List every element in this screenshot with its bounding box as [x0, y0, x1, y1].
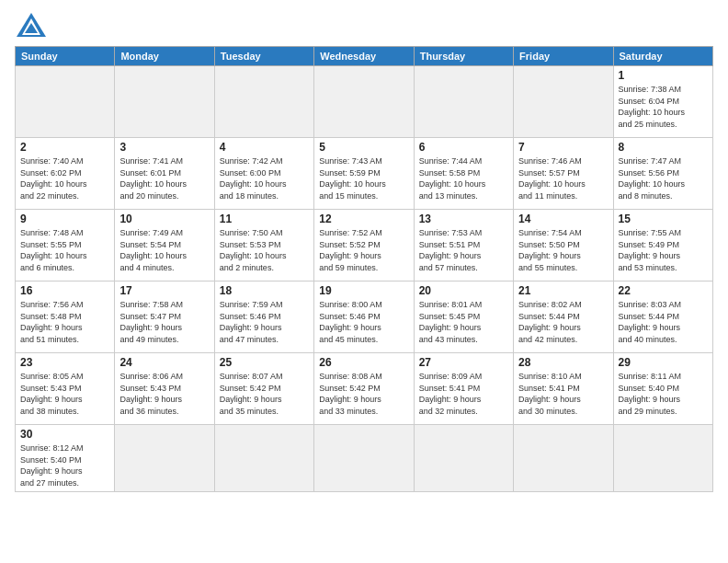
calendar-week-row: 23Sunrise: 8:05 AM Sunset: 5:43 PM Dayli…: [16, 353, 713, 425]
day-number: 6: [419, 141, 508, 154]
day-info: Sunrise: 7:40 AM Sunset: 6:02 PM Dayligh…: [20, 155, 109, 201]
day-info: Sunrise: 7:58 AM Sunset: 5:47 PM Dayligh…: [119, 299, 209, 345]
calendar-cell: 25Sunrise: 8:07 AM Sunset: 5:42 PM Dayli…: [214, 353, 313, 425]
calendar-week-row: 30Sunrise: 8:12 AM Sunset: 5:40 PM Dayli…: [16, 425, 713, 492]
calendar-cell: 21Sunrise: 8:02 AM Sunset: 5:44 PM Dayli…: [514, 282, 613, 353]
weekday-header-friday: Friday: [514, 47, 613, 66]
day-number: 21: [518, 284, 608, 297]
day-info: Sunrise: 7:48 AM Sunset: 5:55 PM Dayligh…: [20, 227, 109, 273]
day-info: Sunrise: 8:01 AM Sunset: 5:45 PM Dayligh…: [419, 299, 508, 345]
day-number: 28: [518, 356, 608, 369]
day-info: Sunrise: 7:43 AM Sunset: 5:59 PM Dayligh…: [319, 155, 408, 201]
day-number: 1: [619, 69, 708, 82]
day-number: 20: [419, 284, 508, 297]
day-info: Sunrise: 7:55 AM Sunset: 5:49 PM Dayligh…: [619, 227, 708, 273]
weekday-header-monday: Monday: [115, 47, 214, 66]
calendar-cell: 13Sunrise: 7:53 AM Sunset: 5:51 PM Dayli…: [414, 210, 513, 282]
day-number: 12: [319, 213, 408, 225]
day-info: Sunrise: 8:05 AM Sunset: 5:43 PM Dayligh…: [20, 371, 109, 417]
calendar-cell: 19Sunrise: 8:00 AM Sunset: 5:46 PM Dayli…: [314, 282, 414, 353]
day-info: Sunrise: 8:11 AM Sunset: 5:40 PM Dayligh…: [619, 371, 708, 417]
calendar-cell: [214, 66, 313, 138]
day-number: 19: [319, 284, 408, 297]
day-info: Sunrise: 8:06 AM Sunset: 5:43 PM Dayligh…: [119, 371, 209, 417]
calendar-cell: [414, 425, 513, 492]
day-number: 24: [119, 356, 209, 369]
logo: [15, 11, 51, 39]
weekday-header-wednesday: Wednesday: [314, 47, 414, 66]
day-number: 26: [319, 356, 408, 369]
day-info: Sunrise: 8:12 AM Sunset: 5:40 PM Dayligh…: [20, 442, 109, 488]
day-info: Sunrise: 7:56 AM Sunset: 5:48 PM Dayligh…: [20, 299, 109, 345]
day-number: 18: [220, 284, 309, 297]
weekday-header-row: SundayMondayTuesdayWednesdayThursdayFrid…: [16, 47, 713, 66]
calendar-week-row: 16Sunrise: 7:56 AM Sunset: 5:48 PM Dayli…: [16, 282, 713, 353]
calendar-week-row: 2Sunrise: 7:40 AM Sunset: 6:02 PM Daylig…: [16, 138, 713, 210]
weekday-header-tuesday: Tuesday: [214, 47, 313, 66]
calendar-cell: 15Sunrise: 7:55 AM Sunset: 5:49 PM Dayli…: [613, 210, 712, 282]
day-number: 29: [619, 356, 708, 369]
day-info: Sunrise: 7:59 AM Sunset: 5:46 PM Dayligh…: [220, 299, 309, 345]
calendar-cell: 20Sunrise: 8:01 AM Sunset: 5:45 PM Dayli…: [414, 282, 513, 353]
day-number: 22: [619, 284, 708, 297]
calendar-cell: 17Sunrise: 7:58 AM Sunset: 5:47 PM Dayli…: [115, 282, 214, 353]
calendar-cell: 29Sunrise: 8:11 AM Sunset: 5:40 PM Dayli…: [613, 353, 712, 425]
calendar-page: SundayMondayTuesdayWednesdayThursdayFrid…: [0, 0, 728, 563]
day-info: Sunrise: 7:44 AM Sunset: 5:58 PM Dayligh…: [419, 155, 508, 201]
day-info: Sunrise: 8:08 AM Sunset: 5:42 PM Dayligh…: [319, 371, 408, 417]
day-info: Sunrise: 7:42 AM Sunset: 6:00 PM Dayligh…: [220, 155, 309, 201]
day-info: Sunrise: 8:02 AM Sunset: 5:44 PM Dayligh…: [518, 299, 608, 345]
day-number: 7: [518, 141, 608, 154]
calendar-cell: 27Sunrise: 8:09 AM Sunset: 5:41 PM Dayli…: [414, 353, 513, 425]
day-number: 8: [619, 141, 708, 154]
calendar-cell: 10Sunrise: 7:49 AM Sunset: 5:54 PM Dayli…: [115, 210, 214, 282]
calendar-cell: 8Sunrise: 7:47 AM Sunset: 5:56 PM Daylig…: [613, 138, 712, 210]
day-info: Sunrise: 8:07 AM Sunset: 5:42 PM Dayligh…: [220, 371, 309, 417]
weekday-header-sunday: Sunday: [16, 47, 115, 66]
day-number: 9: [20, 213, 109, 225]
day-info: Sunrise: 7:47 AM Sunset: 5:56 PM Dayligh…: [619, 155, 708, 201]
calendar-cell: [314, 425, 414, 492]
day-number: 23: [20, 356, 109, 369]
day-info: Sunrise: 7:54 AM Sunset: 5:50 PM Dayligh…: [518, 227, 608, 273]
day-info: Sunrise: 7:52 AM Sunset: 5:52 PM Dayligh…: [319, 227, 408, 273]
day-info: Sunrise: 8:09 AM Sunset: 5:41 PM Dayligh…: [419, 371, 508, 417]
day-number: 15: [619, 213, 708, 225]
day-number: 27: [419, 356, 508, 369]
day-number: 25: [220, 356, 309, 369]
day-number: 30: [20, 428, 109, 441]
day-info: Sunrise: 7:53 AM Sunset: 5:51 PM Dayligh…: [419, 227, 508, 273]
calendar-cell: 2Sunrise: 7:40 AM Sunset: 6:02 PM Daylig…: [16, 138, 115, 210]
calendar-cell: 9Sunrise: 7:48 AM Sunset: 5:55 PM Daylig…: [16, 210, 115, 282]
calendar-cell: 18Sunrise: 7:59 AM Sunset: 5:46 PM Dayli…: [214, 282, 313, 353]
calendar-cell: 26Sunrise: 8:08 AM Sunset: 5:42 PM Dayli…: [314, 353, 414, 425]
calendar-cell: [115, 425, 214, 492]
calendar-cell: 3Sunrise: 7:41 AM Sunset: 6:01 PM Daylig…: [115, 138, 214, 210]
day-number: 17: [119, 284, 209, 297]
day-info: Sunrise: 7:46 AM Sunset: 5:57 PM Dayligh…: [518, 155, 608, 201]
calendar-cell: 30Sunrise: 8:12 AM Sunset: 5:40 PM Dayli…: [16, 425, 115, 492]
day-number: 10: [119, 213, 209, 225]
calendar-cell: 11Sunrise: 7:50 AM Sunset: 5:53 PM Dayli…: [214, 210, 313, 282]
calendar-week-row: 9Sunrise: 7:48 AM Sunset: 5:55 PM Daylig…: [16, 210, 713, 282]
day-info: Sunrise: 7:49 AM Sunset: 5:54 PM Dayligh…: [119, 227, 209, 273]
weekday-header-saturday: Saturday: [613, 47, 712, 66]
day-number: 2: [20, 141, 109, 154]
day-number: 4: [220, 141, 309, 154]
calendar-cell: 23Sunrise: 8:05 AM Sunset: 5:43 PM Dayli…: [16, 353, 115, 425]
calendar-cell: 12Sunrise: 7:52 AM Sunset: 5:52 PM Dayli…: [314, 210, 414, 282]
calendar-cell: [514, 425, 613, 492]
day-info: Sunrise: 8:10 AM Sunset: 5:41 PM Dayligh…: [518, 371, 608, 417]
day-info: Sunrise: 7:41 AM Sunset: 6:01 PM Dayligh…: [119, 155, 209, 201]
calendar-cell: 6Sunrise: 7:44 AM Sunset: 5:58 PM Daylig…: [414, 138, 513, 210]
day-info: Sunrise: 7:50 AM Sunset: 5:53 PM Dayligh…: [220, 227, 309, 273]
day-info: Sunrise: 8:00 AM Sunset: 5:46 PM Dayligh…: [319, 299, 408, 345]
calendar-week-row: 1Sunrise: 7:38 AM Sunset: 6:04 PM Daylig…: [16, 66, 713, 138]
calendar-table: SundayMondayTuesdayWednesdayThursdayFrid…: [15, 46, 713, 492]
calendar-cell: 22Sunrise: 8:03 AM Sunset: 5:44 PM Dayli…: [613, 282, 712, 353]
calendar-cell: 7Sunrise: 7:46 AM Sunset: 5:57 PM Daylig…: [514, 138, 613, 210]
calendar-cell: 1Sunrise: 7:38 AM Sunset: 6:04 PM Daylig…: [613, 66, 712, 138]
calendar-cell: 5Sunrise: 7:43 AM Sunset: 5:59 PM Daylig…: [314, 138, 414, 210]
calendar-cell: 28Sunrise: 8:10 AM Sunset: 5:41 PM Dayli…: [514, 353, 613, 425]
calendar-cell: [613, 425, 712, 492]
